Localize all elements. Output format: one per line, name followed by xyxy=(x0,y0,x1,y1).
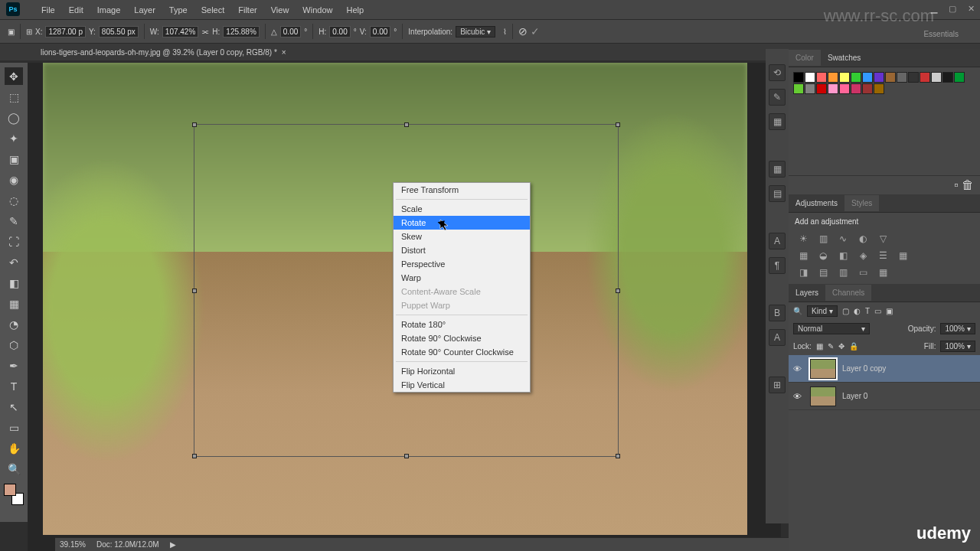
menu-layer[interactable]: Layer xyxy=(127,5,162,15)
interp-select[interactable]: Bicubic▾ xyxy=(456,26,495,37)
transform-handle-tr[interactable] xyxy=(616,122,620,127)
hue-icon[interactable]: ▦ xyxy=(796,249,810,262)
vibrance-icon[interactable]: ▽ xyxy=(876,232,890,246)
y-field[interactable]: 805.50 px xyxy=(99,26,139,37)
menu-flip-vertical[interactable]: Flip Vertical xyxy=(394,378,530,392)
menu-rotate-90cw[interactable]: Rotate 90° Clockwise xyxy=(394,331,530,345)
strip-brush-icon[interactable]: ✎ xyxy=(769,89,786,106)
layer-row[interactable]: 👁 Layer 0 xyxy=(789,383,980,410)
layer-name[interactable]: Layer 0 copy xyxy=(842,364,886,373)
anchor-icon[interactable]: ▣ xyxy=(8,28,15,36)
menu-distort[interactable]: Distort xyxy=(394,243,530,257)
color-swatches[interactable] xyxy=(4,484,24,505)
new-swatch-icon[interactable]: ▫ xyxy=(954,178,959,191)
transform-handle-ml[interactable] xyxy=(192,289,197,293)
filter-shape-icon[interactable]: ▭ xyxy=(874,307,881,315)
selective-icon[interactable]: ▦ xyxy=(876,266,890,279)
swatch[interactable] xyxy=(954,72,965,83)
heal-tool[interactable]: ◌ xyxy=(5,191,23,209)
menu-free-transform[interactable]: Free Transform xyxy=(394,183,530,197)
path-tool[interactable]: ↖ xyxy=(5,398,23,416)
grad-map-icon[interactable]: ▭ xyxy=(856,266,870,279)
zoom-tool[interactable]: 🔍 xyxy=(5,460,23,478)
swatch[interactable] xyxy=(839,72,850,83)
threshold-icon[interactable]: ▥ xyxy=(836,266,850,279)
swatch[interactable] xyxy=(851,72,861,83)
x-field[interactable]: 1287.00 p xyxy=(45,26,86,37)
strip-type-icon[interactable]: A xyxy=(769,233,786,249)
lock-icon[interactable]: 🔒 xyxy=(849,342,858,350)
swatch[interactable] xyxy=(862,83,873,94)
strip-glyph-icon[interactable]: В xyxy=(769,305,786,321)
exposure-icon[interactable]: ◐ xyxy=(856,232,870,246)
menu-view[interactable]: View xyxy=(264,5,296,15)
lock-pos-icon[interactable]: ✥ xyxy=(838,342,844,350)
transform-handle-tl[interactable] xyxy=(192,122,197,127)
menu-help[interactable]: Help xyxy=(339,5,371,15)
hand-tool[interactable]: ✋ xyxy=(5,439,23,457)
marquee-tool[interactable]: ⬚ xyxy=(5,88,23,106)
posterize-icon[interactable]: ▤ xyxy=(816,266,830,279)
invert-icon[interactable]: ◨ xyxy=(796,266,810,279)
swatch[interactable] xyxy=(942,72,953,83)
cancel-transform-icon[interactable]: ⊘ xyxy=(518,25,528,37)
skew-v-field[interactable]: 0.00 xyxy=(370,26,390,37)
layer-thumbnail[interactable] xyxy=(810,359,836,379)
lock-pixel-icon[interactable]: ✎ xyxy=(828,342,834,350)
eraser-tool[interactable]: ◧ xyxy=(5,274,23,292)
h-field[interactable]: 125.88% xyxy=(223,26,259,37)
filter-kind[interactable]: Kind▾ xyxy=(807,305,838,317)
menu-flip-horizontal[interactable]: Flip Horizontal xyxy=(394,364,530,378)
lookup-icon[interactable]: ▦ xyxy=(896,249,910,262)
transform-handle-bm[interactable] xyxy=(404,454,409,458)
brightness-icon[interactable]: ☀ xyxy=(796,232,810,246)
swatch[interactable] xyxy=(828,83,838,94)
channel-mixer-icon[interactable]: ☰ xyxy=(876,249,890,262)
shape-tool[interactable]: ▭ xyxy=(5,419,23,436)
transform-handle-tm[interactable] xyxy=(404,122,409,127)
wand-tool[interactable]: ✦ xyxy=(5,129,23,147)
visibility-icon[interactable]: 👁 xyxy=(793,364,804,373)
strip-properties-icon[interactable]: ⊞ xyxy=(769,377,786,393)
menu-perspective[interactable]: Perspective xyxy=(394,257,530,271)
document-tab[interactable]: lions-tigers-and-leopards-oh-my.jpg @ 39… xyxy=(34,46,292,59)
fill-field[interactable]: 100%▾ xyxy=(940,341,975,352)
angle-field[interactable]: 0.00 xyxy=(280,26,301,37)
menu-image[interactable]: Image xyxy=(90,5,128,15)
swatch[interactable] xyxy=(793,83,804,94)
swatch[interactable] xyxy=(874,83,884,94)
warp-icon[interactable]: ⌇ xyxy=(503,28,507,36)
menu-rotate-180[interactable]: Rotate 180° xyxy=(394,318,530,331)
blur-tool[interactable]: ◔ xyxy=(5,315,23,333)
filter-pixel-icon[interactable]: ▢ xyxy=(842,307,849,315)
tab-adjustments[interactable]: Adjustments xyxy=(789,195,844,211)
w-field[interactable]: 107.42% xyxy=(162,26,198,37)
layer-row-active[interactable]: 👁 Layer 0 copy xyxy=(789,355,980,383)
brush-tool[interactable]: ✎ xyxy=(5,212,23,230)
swatch[interactable] xyxy=(828,72,838,83)
menu-filter[interactable]: Filter xyxy=(231,5,263,15)
transform-handle-mr[interactable] xyxy=(616,289,620,293)
tab-swatches[interactable]: Swatches xyxy=(821,50,867,66)
gradient-tool[interactable]: ▦ xyxy=(5,295,23,312)
swatch[interactable] xyxy=(816,72,827,83)
bw-icon[interactable]: ◧ xyxy=(836,249,850,262)
menu-skew[interactable]: Skew xyxy=(394,230,530,243)
filter-text-icon[interactable]: T xyxy=(865,307,870,315)
delete-swatch-icon[interactable]: 🗑 xyxy=(962,178,974,191)
strip-paragraph-icon[interactable]: ¶ xyxy=(769,257,786,274)
filter-icon[interactable]: 🔍 xyxy=(793,307,802,315)
commit-transform-icon[interactable]: ✓ xyxy=(531,25,540,37)
levels-icon[interactable]: ▥ xyxy=(816,232,830,246)
swatch[interactable] xyxy=(920,72,930,83)
dodge-tool[interactable]: ⬡ xyxy=(5,336,23,354)
menu-select[interactable]: Select xyxy=(194,5,232,15)
swatch[interactable] xyxy=(816,83,827,94)
balance-icon[interactable]: ◒ xyxy=(816,249,830,262)
tab-styles[interactable]: Styles xyxy=(844,195,879,211)
visibility-icon[interactable]: 👁 xyxy=(793,392,804,401)
close-tab-icon[interactable]: × xyxy=(282,48,286,57)
layer-thumbnail[interactable] xyxy=(810,386,836,406)
transform-handle-bl[interactable] xyxy=(192,454,197,458)
strip-libraries-icon[interactable]: ▦ xyxy=(769,161,786,178)
